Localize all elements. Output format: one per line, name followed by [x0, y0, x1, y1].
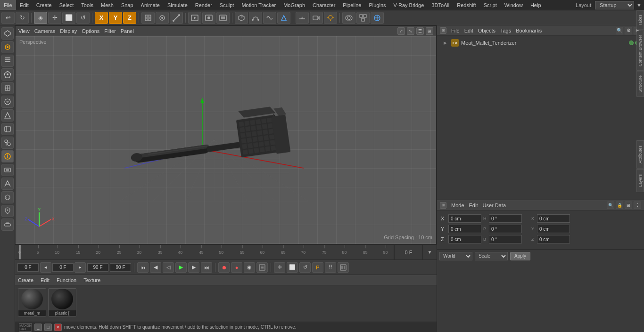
size-y-val[interactable] [537, 225, 570, 233]
menu-motion-tracker[interactable]: Motion Tracker [238, 0, 280, 10]
axis-y-button[interactable]: Y [109, 12, 122, 24]
move-tool2-btn[interactable]: ✛ [274, 262, 285, 273]
cube-object-button[interactable] [235, 12, 248, 24]
interactive-render-button[interactable] [202, 12, 215, 24]
coord-x-pos[interactable]: 0 cm [448, 214, 481, 223]
sidebar-mode-btn-4[interactable] [1, 68, 14, 81]
minimize-btn[interactable]: _ [34, 324, 42, 331]
cinema4d-logo-btn[interactable]: MAXONC4D [19, 323, 32, 332]
viewport-canvas[interactable]: Perspective [16, 36, 436, 244]
om-visible-dot[interactable] [629, 40, 634, 45]
rotate-tool-button[interactable]: ↺ [76, 12, 90, 24]
menu-mograph[interactable]: MoGraph [280, 0, 309, 10]
attr-lock-btn[interactable]: 🔒 [616, 202, 623, 209]
nurbs-button[interactable] [263, 12, 276, 24]
attr-panel-icon[interactable]: ⊞ [440, 202, 446, 209]
menu-window[interactable]: Window [501, 0, 527, 10]
coord-z-pos[interactable]: 0 cm [448, 235, 481, 243]
frame-step-right-btn[interactable]: ▸ [74, 262, 86, 273]
sidebar-mode-btn-1[interactable] [1, 27, 14, 40]
timeline-ruler[interactable]: 0 5 10 15 20 [15, 245, 394, 259]
axis-z-button[interactable]: Z [123, 12, 136, 24]
anim-mode-btn[interactable]: P [312, 262, 323, 273]
viewport-ctrl-1[interactable]: ⤢ [397, 27, 405, 35]
render-view-button[interactable] [188, 12, 201, 24]
attr-menu-mode[interactable]: Mode [451, 202, 464, 208]
viewport-menu-cameras[interactable]: Cameras [34, 28, 56, 34]
sidebar-mode-btn-8[interactable] [1, 123, 14, 135]
viewport-ctrl-4[interactable]: ⊞ [426, 27, 433, 35]
sidebar-mode-btn-12[interactable] [1, 178, 14, 190]
viewport-menu-options[interactable]: Options [82, 28, 99, 34]
maximize-btn[interactable]: □ [44, 324, 52, 331]
menu-script[interactable]: Script [480, 0, 501, 10]
om-settings-btn[interactable]: ⚙ [625, 27, 632, 34]
sidebar-mode-btn-9[interactable] [1, 137, 14, 149]
frame-end-input[interactable] [110, 263, 131, 272]
goto-last-btn[interactable]: ⏭ [201, 262, 212, 273]
om-search-btn[interactable]: 🔍 [616, 27, 623, 34]
move-tool-button[interactable]: ✛ [48, 12, 61, 24]
deformer-button[interactable] [277, 12, 290, 24]
attr-search-btn[interactable]: 🔍 [607, 202, 614, 209]
strip-btn[interactable] [338, 262, 349, 273]
boole-button[interactable] [342, 12, 355, 24]
sidebar-mode-btn-14[interactable] [1, 205, 14, 217]
world-select[interactable]: World Object Camera [439, 252, 472, 260]
anim-playback-btn[interactable] [256, 262, 268, 273]
coord-p-rot[interactable] [489, 225, 522, 233]
attr-menu-userdata[interactable]: User Data [483, 202, 506, 208]
tab-layers[interactable]: Layers [636, 169, 644, 192]
om-menu-objects[interactable]: Objects [478, 28, 495, 33]
menu-sculpt[interactable]: Sculpt [216, 0, 238, 10]
menu-create[interactable]: Create [33, 0, 56, 10]
edge-mode-button[interactable] [170, 12, 183, 24]
menu-character[interactable]: Character [309, 0, 339, 10]
tab-content-browser[interactable]: Content Browser [636, 31, 644, 71]
dots-btn[interactable]: ⠿ [325, 262, 336, 273]
sidebar-mode-btn-5[interactable] [1, 82, 14, 94]
redo-button[interactable]: ↻ [16, 12, 29, 24]
auto-key-btn[interactable]: ● [231, 262, 242, 273]
attr-more-btn[interactable]: ⋮ [634, 202, 641, 209]
render-settings-button[interactable] [216, 12, 230, 24]
scale-select[interactable]: Scale Absolute [475, 252, 508, 260]
viewport-menu-view[interactable]: View [18, 28, 30, 34]
floor-button[interactable] [296, 12, 309, 24]
tab-structure[interactable]: Structure [636, 71, 644, 97]
light-button[interactable] [324, 12, 337, 24]
menu-redshift[interactable]: Redshift [453, 0, 479, 10]
play-fwd-btn[interactable]: ▶ [175, 262, 187, 273]
viewport-ctrl-3[interactable]: ☰ [416, 27, 424, 35]
frame-step-left-btn[interactable]: ◂ [40, 262, 51, 273]
menu-pipeline[interactable]: Pipeline [339, 0, 365, 10]
om-menu-edit[interactable]: Edit [464, 28, 473, 33]
frame-start-input[interactable] [17, 263, 39, 272]
layout-arrow[interactable]: ▼ [636, 2, 642, 8]
om-menu-file[interactable]: File [451, 28, 460, 33]
viewport-menu-panel[interactable]: Panel [121, 28, 134, 34]
mat-menu-texture[interactable]: Texture [83, 277, 100, 283]
point-mode-button[interactable] [156, 12, 169, 24]
frame-preview-input[interactable] [87, 263, 108, 272]
select-tool-button[interactable]: ◈ [34, 12, 47, 24]
attr-expand-btn[interactable]: ⊞ [625, 202, 632, 209]
sidebar-mode-btn-11[interactable] [1, 164, 14, 176]
size-z-val[interactable] [537, 235, 570, 243]
menu-help[interactable]: Help [527, 0, 545, 10]
step-back-btn[interactable]: ◀ [150, 262, 161, 273]
scale-tool2-btn[interactable]: ⬜ [287, 262, 298, 273]
undo-button[interactable]: ↩ [1, 12, 15, 24]
camera-button[interactable] [310, 12, 323, 24]
coord-y-pos[interactable]: 0 cm [448, 225, 481, 233]
menu-file[interactable]: File [0, 0, 16, 10]
sidebar-mode-btn-6[interactable] [1, 96, 14, 108]
play-back-btn[interactable]: ◁ [163, 262, 174, 273]
frame-current-input[interactable] [52, 263, 74, 272]
motion-key-btn[interactable]: ◉ [244, 262, 255, 273]
effector-button[interactable] [371, 12, 384, 24]
menu-vray[interactable]: V-Ray Bridge [390, 0, 428, 10]
mat-menu-create[interactable]: Create [18, 277, 33, 283]
om-object-item[interactable]: ▶ Lo Meat_Mallet_Tenderizer [439, 38, 642, 48]
coord-h-rot[interactable] [489, 214, 522, 223]
